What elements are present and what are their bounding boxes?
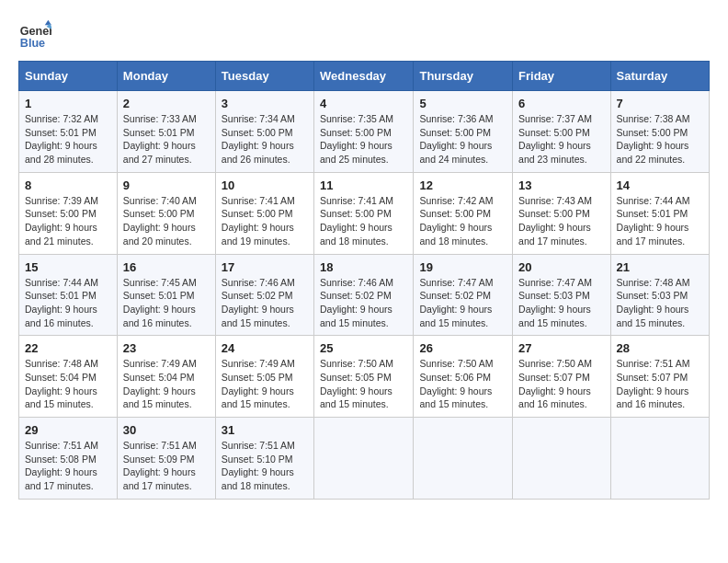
day-cell: 4 Sunrise: 7:35 AM Sunset: 5:00 PM Dayli… [314, 91, 414, 173]
daylight-label: Daylight: 9 hours and 22 minutes. [617, 140, 689, 165]
sunset-label: Sunset: 5:01 PM [123, 127, 195, 138]
day-number: 27 [518, 341, 604, 355]
sunrise-label: Sunrise: 7:39 AM [25, 195, 98, 206]
day-number: 31 [222, 423, 308, 437]
day-cell: 21 Sunrise: 7:48 AM Sunset: 5:03 PM Dayl… [610, 254, 709, 336]
sunrise-label: Sunrise: 7:44 AM [25, 277, 98, 288]
day-info: Sunrise: 7:50 AM Sunset: 5:07 PM Dayligh… [518, 357, 604, 411]
sunrise-label: Sunrise: 7:47 AM [518, 277, 592, 288]
day-number: 19 [419, 260, 506, 274]
sunset-label: Sunset: 5:02 PM [320, 290, 392, 301]
sunrise-label: Sunrise: 7:45 AM [123, 277, 197, 288]
day-info: Sunrise: 7:51 AM Sunset: 5:10 PM Dayligh… [222, 439, 308, 493]
day-cell: 24 Sunrise: 7:49 AM Sunset: 5:05 PM Dayl… [215, 336, 313, 418]
day-cell: 29 Sunrise: 7:51 AM Sunset: 5:08 PM Dayl… [19, 418, 118, 500]
sunset-label: Sunset: 5:06 PM [419, 372, 491, 383]
sunrise-label: Sunrise: 7:34 AM [222, 113, 295, 124]
week-row-1: 1 Sunrise: 7:32 AM Sunset: 5:01 PM Dayli… [19, 91, 710, 173]
sunset-label: Sunset: 5:00 PM [518, 208, 590, 219]
daylight-label: Daylight: 9 hours and 21 minutes. [25, 222, 97, 247]
day-number: 25 [320, 341, 407, 355]
day-info: Sunrise: 7:43 AM Sunset: 5:00 PM Dayligh… [518, 194, 604, 248]
sunset-label: Sunset: 5:09 PM [123, 454, 195, 465]
sunrise-label: Sunrise: 7:49 AM [123, 358, 197, 369]
day-info: Sunrise: 7:47 AM Sunset: 5:02 PM Dayligh… [419, 276, 506, 330]
sunset-label: Sunset: 5:01 PM [25, 290, 97, 301]
sunrise-label: Sunrise: 7:48 AM [25, 358, 98, 369]
day-info: Sunrise: 7:47 AM Sunset: 5:03 PM Dayligh… [518, 276, 604, 330]
day-cell: 16 Sunrise: 7:45 AM Sunset: 5:01 PM Dayl… [117, 254, 215, 336]
header-cell-tuesday: Tuesday [215, 62, 313, 91]
daylight-label: Daylight: 9 hours and 26 minutes. [222, 140, 294, 165]
day-cell [610, 418, 709, 500]
day-info: Sunrise: 7:49 AM Sunset: 5:05 PM Dayligh… [222, 357, 308, 411]
sunrise-label: Sunrise: 7:43 AM [518, 195, 592, 206]
daylight-label: Daylight: 9 hours and 17 minutes. [25, 466, 97, 491]
header-cell-friday: Friday [513, 62, 610, 91]
day-cell: 30 Sunrise: 7:51 AM Sunset: 5:09 PM Dayl… [117, 418, 215, 500]
sunset-label: Sunset: 5:01 PM [123, 290, 195, 301]
day-number: 8 [25, 178, 111, 192]
day-number: 3 [222, 97, 308, 110]
daylight-label: Daylight: 9 hours and 15 minutes. [617, 304, 689, 328]
sunset-label: Sunset: 5:00 PM [419, 127, 491, 138]
sunrise-label: Sunrise: 7:51 AM [222, 440, 295, 451]
sunrise-label: Sunrise: 7:36 AM [419, 113, 493, 124]
day-cell [513, 418, 610, 500]
day-cell: 25 Sunrise: 7:50 AM Sunset: 5:05 PM Dayl… [314, 336, 414, 418]
day-info: Sunrise: 7:34 AM Sunset: 5:00 PM Dayligh… [222, 112, 308, 167]
day-number: 22 [25, 341, 111, 355]
day-number: 30 [123, 423, 210, 437]
calendar-table: SundayMondayTuesdayWednesdayThursdayFrid… [18, 61, 710, 500]
sunrise-label: Sunrise: 7:50 AM [320, 358, 393, 369]
day-number: 21 [617, 260, 703, 274]
daylight-label: Daylight: 9 hours and 15 minutes. [320, 385, 392, 410]
sunrise-label: Sunrise: 7:35 AM [320, 113, 393, 124]
day-info: Sunrise: 7:39 AM Sunset: 5:00 PM Dayligh… [25, 194, 111, 248]
sunrise-label: Sunrise: 7:49 AM [222, 358, 295, 369]
sunset-label: Sunset: 5:03 PM [518, 290, 590, 301]
day-number: 7 [617, 97, 703, 110]
day-cell [414, 418, 513, 500]
week-row-4: 22 Sunrise: 7:48 AM Sunset: 5:04 PM Dayl… [19, 336, 710, 418]
sunset-label: Sunset: 5:05 PM [222, 372, 293, 383]
day-cell [314, 418, 414, 500]
daylight-label: Daylight: 9 hours and 15 minutes. [25, 385, 97, 410]
sunrise-label: Sunrise: 7:41 AM [222, 195, 295, 206]
sunset-label: Sunset: 5:08 PM [25, 454, 97, 465]
svg-marker-2 [45, 20, 51, 25]
day-info: Sunrise: 7:41 AM Sunset: 5:00 PM Dayligh… [320, 194, 407, 248]
day-number: 2 [123, 97, 210, 110]
day-info: Sunrise: 7:50 AM Sunset: 5:06 PM Dayligh… [419, 357, 506, 411]
day-info: Sunrise: 7:36 AM Sunset: 5:00 PM Dayligh… [419, 112, 506, 167]
day-cell: 26 Sunrise: 7:50 AM Sunset: 5:06 PM Dayl… [414, 336, 513, 418]
day-info: Sunrise: 7:48 AM Sunset: 5:04 PM Dayligh… [25, 357, 111, 411]
day-cell: 11 Sunrise: 7:41 AM Sunset: 5:00 PM Dayl… [314, 172, 414, 254]
header-cell-wednesday: Wednesday [314, 62, 414, 91]
day-number: 23 [123, 341, 210, 355]
daylight-label: Daylight: 9 hours and 15 minutes. [419, 385, 492, 410]
sunrise-label: Sunrise: 7:33 AM [123, 113, 197, 124]
day-info: Sunrise: 7:32 AM Sunset: 5:01 PM Dayligh… [25, 112, 111, 167]
day-cell: 3 Sunrise: 7:34 AM Sunset: 5:00 PM Dayli… [215, 91, 313, 173]
day-number: 14 [617, 178, 703, 192]
day-info: Sunrise: 7:41 AM Sunset: 5:00 PM Dayligh… [222, 194, 308, 248]
day-cell: 18 Sunrise: 7:46 AM Sunset: 5:02 PM Dayl… [314, 254, 414, 336]
week-row-5: 29 Sunrise: 7:51 AM Sunset: 5:08 PM Dayl… [19, 418, 710, 500]
day-number: 5 [419, 97, 506, 110]
daylight-label: Daylight: 9 hours and 15 minutes. [419, 304, 492, 328]
day-cell: 12 Sunrise: 7:42 AM Sunset: 5:00 PM Dayl… [414, 172, 513, 254]
day-cell: 28 Sunrise: 7:51 AM Sunset: 5:07 PM Dayl… [610, 336, 709, 418]
sunset-label: Sunset: 5:03 PM [617, 290, 688, 301]
daylight-label: Daylight: 9 hours and 18 minutes. [222, 466, 294, 491]
sunrise-label: Sunrise: 7:51 AM [123, 440, 197, 451]
sunrise-label: Sunrise: 7:41 AM [320, 195, 393, 206]
day-number: 28 [617, 341, 703, 355]
day-cell: 13 Sunrise: 7:43 AM Sunset: 5:00 PM Dayl… [513, 172, 610, 254]
day-info: Sunrise: 7:51 AM Sunset: 5:09 PM Dayligh… [123, 439, 210, 493]
day-cell: 20 Sunrise: 7:47 AM Sunset: 5:03 PM Dayl… [513, 254, 610, 336]
daylight-label: Daylight: 9 hours and 18 minutes. [419, 222, 492, 247]
daylight-label: Daylight: 9 hours and 18 minutes. [320, 222, 392, 247]
day-cell: 10 Sunrise: 7:41 AM Sunset: 5:00 PM Dayl… [215, 172, 313, 254]
header: General Blue [18, 18, 710, 52]
